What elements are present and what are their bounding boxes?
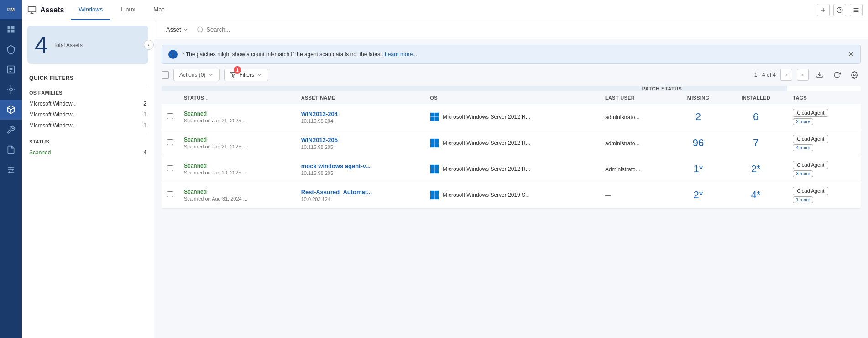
header-actions xyxy=(817,4,863,16)
quick-filters-title: QUICK FILTERS xyxy=(22,69,154,85)
banner-close-button[interactable]: ✕ xyxy=(848,51,854,58)
search-input[interactable] xyxy=(206,26,861,33)
main-content: Assets Windows Linux Mac 4 Total Assets xyxy=(22,0,868,338)
tags-cell: Cloud Agent 3 more xyxy=(787,156,861,182)
nav-item-tools[interactable] xyxy=(0,79,22,100)
svg-rect-16 xyxy=(28,6,36,12)
os-family-item-2[interactable]: Microsoft Window... 1 xyxy=(22,109,154,120)
last-user-cell: administrato... xyxy=(600,130,672,156)
installed-cell: 7 xyxy=(724,130,787,156)
svg-rect-0 xyxy=(8,26,11,29)
pagination-info: 1 - 4 of 4 xyxy=(754,72,776,78)
svg-point-8 xyxy=(10,88,13,91)
tags-cell: Cloud Agent 2 more xyxy=(787,104,861,130)
svg-rect-36 xyxy=(435,139,439,143)
svg-rect-41 xyxy=(430,169,434,173)
asset-name-link[interactable]: mock windows agent-v... xyxy=(301,163,371,169)
svg-line-27 xyxy=(201,31,203,32)
tab-mac[interactable]: Mac xyxy=(146,0,172,20)
more-tags-badge[interactable]: 2 more xyxy=(793,118,813,125)
tags-cell: Cloud Agent 4 more xyxy=(787,130,861,156)
asset-filter-button[interactable]: Asset xyxy=(162,24,193,35)
info-icon: i xyxy=(168,50,178,59)
svg-point-14 xyxy=(12,169,13,170)
asset-name-cell: mock windows agent-v... 10.115.98.205 xyxy=(296,156,425,182)
status-title: STATUS xyxy=(22,134,154,147)
missing-cell: 2* xyxy=(672,182,724,208)
search-bar: Asset xyxy=(154,20,868,39)
svg-rect-40 xyxy=(435,165,439,169)
svg-rect-46 xyxy=(435,195,439,199)
tab-windows[interactable]: Windows xyxy=(71,0,110,20)
installed-cell: 2* xyxy=(724,156,787,182)
nav-item-configure[interactable] xyxy=(0,120,22,140)
row-checkbox[interactable] xyxy=(167,191,173,197)
svg-rect-38 xyxy=(435,143,439,147)
tab-linux[interactable]: Linux xyxy=(114,0,142,20)
last-user-cell: administrato... xyxy=(600,104,672,130)
os-cell: Microsoft Windows Server 2012 R... xyxy=(424,156,600,182)
search-wrapper xyxy=(197,26,861,33)
asset-name-link[interactable]: WIN2012-205 xyxy=(301,137,338,143)
body: 4 Total Assets ‹ QUICK FILTERS OS FAMILI… xyxy=(22,20,868,338)
menu-button[interactable] xyxy=(850,4,863,16)
col-header-status[interactable]: STATUS ↓ xyxy=(178,91,296,104)
svg-rect-34 xyxy=(435,117,439,121)
nav-item-reports[interactable] xyxy=(0,59,22,79)
assets-icon xyxy=(27,5,37,15)
col-header-os[interactable]: OS xyxy=(424,91,600,104)
col-header-missing[interactable]: MISSING xyxy=(672,91,724,104)
pagination-prev-button[interactable]: ‹ xyxy=(780,69,792,81)
refresh-button[interactable] xyxy=(831,69,843,81)
status-cell: Scanned Scanned on Aug 31, 2024 ... xyxy=(178,182,296,208)
add-button[interactable] xyxy=(817,4,830,16)
user-avatar[interactable]: PM xyxy=(0,0,22,19)
more-tags-badge[interactable]: 4 more xyxy=(793,144,813,151)
os-family-item-3[interactable]: Microsoft Window... 1 xyxy=(22,120,154,131)
row-checkbox[interactable] xyxy=(167,139,173,145)
asset-name-link[interactable]: WIN2012-204 xyxy=(301,111,338,117)
asset-name-link[interactable]: Rest-Assured_Automat... xyxy=(301,189,372,195)
actions-button[interactable]: Actions (0) xyxy=(173,69,220,81)
select-all-checkbox[interactable] xyxy=(162,71,169,79)
os-cell: Microsoft Windows Server 2012 R... xyxy=(424,104,600,130)
row-checkbox[interactable] xyxy=(167,165,173,171)
page-title: Assets xyxy=(40,6,64,14)
assets-table: PATCH STATUS STATUS ↓ ASSET NAME OS LAST… xyxy=(162,86,861,208)
left-navigation: PM xyxy=(0,0,22,338)
col-header-asset-name[interactable]: ASSET NAME xyxy=(296,91,425,104)
nav-item-sliders[interactable] xyxy=(0,160,22,180)
collapse-sidebar-button[interactable]: ‹ xyxy=(144,40,154,50)
more-tags-badge[interactable]: 1 more xyxy=(793,196,813,203)
filters-button[interactable]: 1 Filters xyxy=(224,69,268,81)
svg-rect-45 xyxy=(430,195,434,199)
help-button[interactable] xyxy=(833,4,846,16)
settings-button[interactable] xyxy=(848,69,861,81)
nav-item-packages[interactable] xyxy=(0,100,22,120)
svg-point-13 xyxy=(10,167,11,168)
status-scanned-item[interactable]: Scanned 4 xyxy=(22,147,154,158)
svg-rect-42 xyxy=(435,169,439,173)
more-tags-badge[interactable]: 3 more xyxy=(793,170,813,177)
row-checkbox[interactable] xyxy=(167,113,173,119)
learn-more-link[interactable]: Learn more... xyxy=(385,51,417,58)
col-header-tags[interactable]: TAGS xyxy=(787,91,861,104)
download-button[interactable] xyxy=(813,69,826,81)
table-row: Scanned Scanned on Jan 21, 2025 ... WIN2… xyxy=(162,130,861,156)
col-header-last-user[interactable]: LAST USER xyxy=(600,91,672,104)
nav-item-dashboard[interactable] xyxy=(0,19,22,39)
svg-rect-37 xyxy=(430,143,434,147)
missing-cell: 96 xyxy=(672,130,724,156)
col-header-installed[interactable]: INSTALLED xyxy=(724,91,787,104)
svg-rect-2 xyxy=(8,30,11,33)
os-family-item-1[interactable]: Microsoft Window... 2 xyxy=(22,98,154,109)
installed-cell: 4* xyxy=(724,182,787,208)
pagination-next-button[interactable]: › xyxy=(797,69,809,81)
svg-rect-43 xyxy=(430,191,434,195)
svg-rect-44 xyxy=(435,191,439,195)
os-families-title: OS FAMILIES xyxy=(22,85,154,98)
nav-item-document[interactable] xyxy=(0,140,22,160)
assets-table-container: PATCH STATUS STATUS ↓ ASSET NAME OS LAST… xyxy=(162,86,861,333)
os-cell: Microsoft Windows Server 2012 R... xyxy=(424,130,600,156)
nav-item-security[interactable] xyxy=(0,39,22,59)
